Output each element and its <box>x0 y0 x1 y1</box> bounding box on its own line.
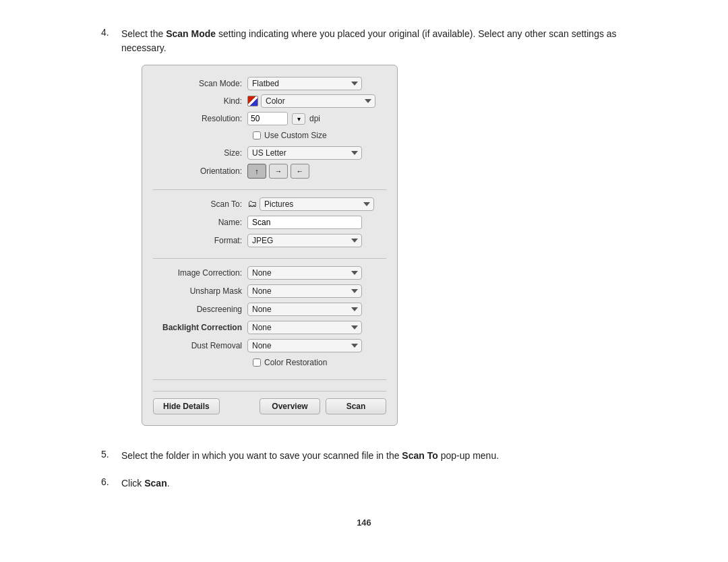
backlight-correction-control[interactable]: None <box>247 320 386 334</box>
page-number: 146 <box>101 518 627 528</box>
step-5-number: 5. <box>101 449 121 463</box>
kind-row: Kind: Color <box>153 94 386 108</box>
backlight-correction-row: Backlight Correction None <box>153 320 386 334</box>
scan-to-row: Scan To: 🗂 Pictures <box>153 197 386 211</box>
section-corrections: Image Correction: None Unsharp Mask None <box>153 266 386 380</box>
format-control[interactable]: JPEG <box>247 233 386 247</box>
color-icon <box>247 96 258 106</box>
name-input[interactable] <box>247 216 362 229</box>
scan-mode-control[interactable]: Flatbed <box>247 76 386 90</box>
descreening-select[interactable]: None <box>247 303 362 316</box>
dialog-buttons-right: Overview Scan <box>260 398 386 414</box>
image-correction-select[interactable]: None <box>247 266 362 280</box>
resolution-input[interactable] <box>247 112 288 125</box>
resolution-label: Resolution: <box>153 113 247 125</box>
backlight-correction-label: Backlight Correction <box>153 321 247 334</box>
descreening-control[interactable]: None <box>247 302 386 316</box>
step-5-text-after: pop-up menu. <box>438 450 499 461</box>
folder-icon: 🗂 <box>247 197 257 211</box>
page-content: 4. Select the Scan Mode setting indicati… <box>101 27 627 528</box>
step-6-text-before: Click <box>121 478 144 489</box>
format-label: Format: <box>153 235 247 247</box>
step-5: 5. Select the folder in which you want t… <box>101 449 627 463</box>
use-custom-size-row: Use Custom Size <box>253 129 386 142</box>
dialog-buttons: Hide Details Overview Scan <box>153 391 386 414</box>
orientation-portrait-button[interactable]: ↑ <box>247 164 266 179</box>
dust-removal-control[interactable]: None <box>247 338 386 352</box>
kind-control[interactable]: Color <box>247 94 386 108</box>
unsharp-mask-control[interactable]: None <box>247 284 386 298</box>
overview-button[interactable]: Overview <box>260 398 320 414</box>
name-control[interactable] <box>247 215 386 229</box>
orientation-landscape-right-button[interactable]: → <box>269 164 288 179</box>
dust-removal-label: Dust Removal <box>153 340 247 352</box>
unsharp-mask-label: Unsharp Mask <box>153 285 247 297</box>
size-label: Size: <box>153 147 247 159</box>
step-4-text-before: Select the <box>121 28 166 39</box>
resolution-control: ▾ dpi <box>247 112 386 125</box>
color-restoration-row: Color Restoration <box>253 356 386 369</box>
step-5-text: Select the folder in which you want to s… <box>121 449 499 463</box>
step-6-text: Click Scan. <box>121 476 170 491</box>
color-restoration-label: Color Restoration <box>264 356 327 369</box>
image-correction-row: Image Correction: None <box>153 266 386 280</box>
step-5-text-before: Select the folder in which you want to s… <box>121 450 402 461</box>
size-select[interactable]: US Letter <box>247 146 362 160</box>
step-4: 4. Select the Scan Mode setting indicati… <box>101 27 627 435</box>
format-select[interactable]: JPEG <box>247 234 362 247</box>
resolution-row: Resolution: ▾ dpi <box>153 112 386 125</box>
step-6-bold1: Scan <box>144 478 166 489</box>
step-5-bold1: Scan To <box>402 450 437 461</box>
step-4-text: Select the Scan Mode setting indicating … <box>121 27 627 435</box>
section-destination: Scan To: 🗂 Pictures Name: <box>153 197 386 259</box>
size-control[interactable]: US Letter <box>247 146 386 160</box>
backlight-correction-select[interactable]: None <box>247 321 362 334</box>
step-6-number: 6. <box>101 476 121 491</box>
image-correction-control[interactable]: None <box>247 266 386 280</box>
resolution-dropdown-button[interactable]: ▾ <box>292 113 305 125</box>
kind-label: Kind: <box>153 95 247 107</box>
scan-button[interactable]: Scan <box>326 398 386 414</box>
orientation-row: Orientation: ↑ → ← <box>153 164 386 179</box>
orientation-label: Orientation: <box>153 165 247 177</box>
step-6-text-after: . <box>167 478 170 489</box>
descreening-row: Descreening None <box>153 302 386 316</box>
kind-select[interactable]: Color <box>261 94 375 108</box>
orientation-control: ↑ → ← <box>247 164 386 179</box>
color-restoration-checkbox[interactable] <box>253 358 261 367</box>
orientation-landscape-left-button[interactable]: ← <box>291 164 309 179</box>
descreening-label: Descreening <box>153 303 247 315</box>
section-basic: Scan Mode: Flatbed Kind: Color <box>153 76 386 190</box>
unsharp-mask-row: Unsharp Mask None <box>153 284 386 298</box>
dpi-label: dpi <box>309 113 320 125</box>
step-4-bold1: Scan Mode <box>166 28 216 39</box>
step-4-number: 4. <box>101 27 121 435</box>
name-label: Name: <box>153 216 247 228</box>
name-row: Name: <box>153 215 386 229</box>
dust-removal-select[interactable]: None <box>247 339 362 352</box>
scan-mode-row: Scan Mode: Flatbed <box>153 76 386 90</box>
size-row: Size: US Letter <box>153 146 386 160</box>
scan-to-select[interactable]: Pictures <box>260 197 374 211</box>
scan-to-control[interactable]: 🗂 Pictures <box>247 197 386 211</box>
scan-mode-select[interactable]: Flatbed <box>247 77 362 90</box>
scan-mode-label: Scan Mode: <box>153 77 247 90</box>
image-correction-label: Image Correction: <box>153 267 247 279</box>
step-6: 6. Click Scan. <box>101 476 627 491</box>
scan-to-label: Scan To: <box>153 198 247 210</box>
use-custom-size-checkbox[interactable] <box>253 131 261 139</box>
hide-details-button[interactable]: Hide Details <box>153 398 220 414</box>
dust-removal-row: Dust Removal None <box>153 338 386 352</box>
format-row: Format: JPEG <box>153 233 386 247</box>
unsharp-mask-select[interactable]: None <box>247 284 362 298</box>
scanner-dialog: Scan Mode: Flatbed Kind: Color <box>142 65 398 426</box>
use-custom-size-label: Use Custom Size <box>264 129 327 142</box>
